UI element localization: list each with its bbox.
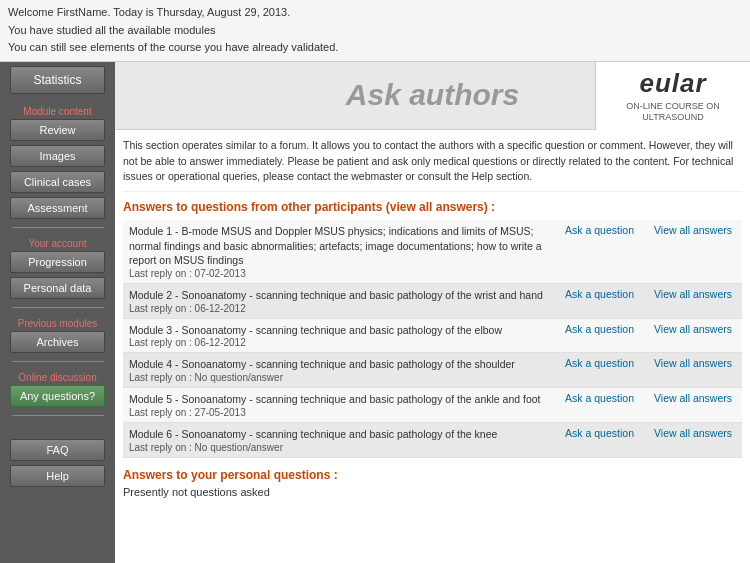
module-title: Module 1 - B-mode MSUS and Doppler MSUS …: [129, 224, 549, 268]
view-answers-link[interactable]: View all answers: [650, 390, 736, 406]
review-button[interactable]: Review: [10, 119, 105, 141]
top-info: Welcome FirstName. Today is Thursday, Au…: [0, 0, 750, 62]
module-date: Last reply on : 27-05-2013: [129, 407, 549, 418]
table-row: Module 2 - Sonoanatomy - scanning techni…: [123, 284, 742, 319]
view-answers-link[interactable]: View all answers: [650, 425, 736, 441]
module-info-cell: Module 4 - Sonoanatomy - scanning techni…: [123, 353, 555, 388]
module-date: Last reply on : No question/answer: [129, 442, 549, 453]
online-discussion-label: Online discussion: [18, 372, 96, 383]
module-content-label: Module content: [23, 106, 91, 117]
ask-question-link[interactable]: Ask a question: [561, 286, 638, 302]
module-title: Module 6 - Sonoanatomy - scanning techni…: [129, 427, 549, 442]
view-answers-link[interactable]: View all answers: [650, 222, 736, 238]
ask-question-link[interactable]: Ask a question: [561, 321, 638, 337]
other-participants-title[interactable]: Answers to questions from other particip…: [123, 200, 742, 214]
progression-button[interactable]: Progression: [10, 251, 105, 273]
module-title: Module 2 - Sonoanatomy - scanning techni…: [129, 288, 549, 303]
view-answers-cell: View all answers: [644, 220, 742, 284]
welcome-line1: Welcome FirstName. Today is Thursday, Au…: [8, 4, 742, 22]
personal-data-button[interactable]: Personal data: [10, 277, 105, 299]
table-row: Module 1 - B-mode MSUS and Doppler MSUS …: [123, 220, 742, 284]
ask-question-cell: Ask a question: [555, 388, 644, 423]
module-info-cell: Module 2 - Sonoanatomy - scanning techni…: [123, 284, 555, 319]
table-row: Module 6 - Sonoanatomy - scanning techni…: [123, 422, 742, 457]
module-date: Last reply on : 07-02-2013: [129, 268, 549, 279]
view-answers-link[interactable]: View all answers: [650, 355, 736, 371]
no-questions-text: Presently not questions asked: [123, 486, 742, 498]
images-button[interactable]: Images: [10, 145, 105, 167]
module-title: Module 3 - Sonoanatomy - scanning techni…: [129, 323, 549, 338]
view-answers-cell: View all answers: [644, 422, 742, 457]
ask-question-cell: Ask a question: [555, 284, 644, 319]
ask-header: Ask authors eular ON-LINE COURSE ONULTRA…: [115, 62, 750, 130]
divider1: [12, 227, 104, 228]
ask-question-link[interactable]: Ask a question: [561, 222, 638, 238]
ask-question-cell: Ask a question: [555, 220, 644, 284]
module-title: Module 5 - Sonoanatomy - scanning techni…: [129, 392, 549, 407]
sidebar: Statistics Module content Review Images …: [0, 62, 115, 563]
clinical-cases-button[interactable]: Clinical cases: [10, 171, 105, 193]
your-account-label: Your account: [28, 238, 86, 249]
ask-question-link[interactable]: Ask a question: [561, 355, 638, 371]
divider4: [12, 415, 104, 416]
eular-logo: eular ON-LINE COURSE ONULTRASOUND: [595, 62, 750, 130]
ask-question-cell: Ask a question: [555, 318, 644, 353]
module-info-cell: Module 3 - Sonoanatomy - scanning techni…: [123, 318, 555, 353]
table-row: Module 5 - Sonoanatomy - scanning techni…: [123, 388, 742, 423]
view-answers-link[interactable]: View all answers: [650, 286, 736, 302]
ask-question-cell: Ask a question: [555, 422, 644, 457]
modules-table: Module 1 - B-mode MSUS and Doppler MSUS …: [123, 220, 742, 458]
module-info-cell: Module 6 - Sonoanatomy - scanning techni…: [123, 422, 555, 457]
module-date: Last reply on : 06-12-2012: [129, 337, 549, 348]
view-answers-link[interactable]: View all answers: [650, 321, 736, 337]
welcome-line2: You have studied all the available modul…: [8, 22, 742, 40]
eular-name: eular: [639, 68, 706, 99]
view-answers-cell: View all answers: [644, 388, 742, 423]
eular-subtitle: ON-LINE COURSE ONULTRASOUND: [626, 101, 720, 124]
info-text: This section operates similar to a forum…: [123, 138, 742, 192]
any-questions-button[interactable]: Any questions?: [10, 385, 105, 407]
statistics-button[interactable]: Statistics: [10, 66, 105, 94]
module-title: Module 4 - Sonoanatomy - scanning techni…: [129, 357, 549, 372]
view-answers-cell: View all answers: [644, 353, 742, 388]
module-info-cell: Module 1 - B-mode MSUS and Doppler MSUS …: [123, 220, 555, 284]
content-area: This section operates similar to a forum…: [115, 130, 750, 563]
table-row: Module 3 - Sonoanatomy - scanning techni…: [123, 318, 742, 353]
module-date: Last reply on : No question/answer: [129, 372, 549, 383]
divider3: [12, 361, 104, 362]
help-button[interactable]: Help: [10, 465, 105, 487]
personal-questions-title: Answers to your personal questions :: [123, 468, 742, 482]
ask-question-link[interactable]: Ask a question: [561, 390, 638, 406]
divider2: [12, 307, 104, 308]
ask-question-link[interactable]: Ask a question: [561, 425, 638, 441]
previous-modules-label: Previous modules: [18, 318, 97, 329]
module-info-cell: Module 5 - Sonoanatomy - scanning techni…: [123, 388, 555, 423]
page-title: Ask authors: [346, 78, 519, 112]
assessment-button[interactable]: Assessment: [10, 197, 105, 219]
ask-question-cell: Ask a question: [555, 353, 644, 388]
welcome-line3: You can still see elements of the course…: [8, 39, 742, 57]
right-panel: Ask authors eular ON-LINE COURSE ONULTRA…: [115, 62, 750, 563]
view-answers-cell: View all answers: [644, 318, 742, 353]
module-date: Last reply on : 06-12-2012: [129, 303, 549, 314]
faq-button[interactable]: FAQ: [10, 439, 105, 461]
table-row: Module 4 - Sonoanatomy - scanning techni…: [123, 353, 742, 388]
view-answers-cell: View all answers: [644, 284, 742, 319]
archives-button[interactable]: Archives: [10, 331, 105, 353]
